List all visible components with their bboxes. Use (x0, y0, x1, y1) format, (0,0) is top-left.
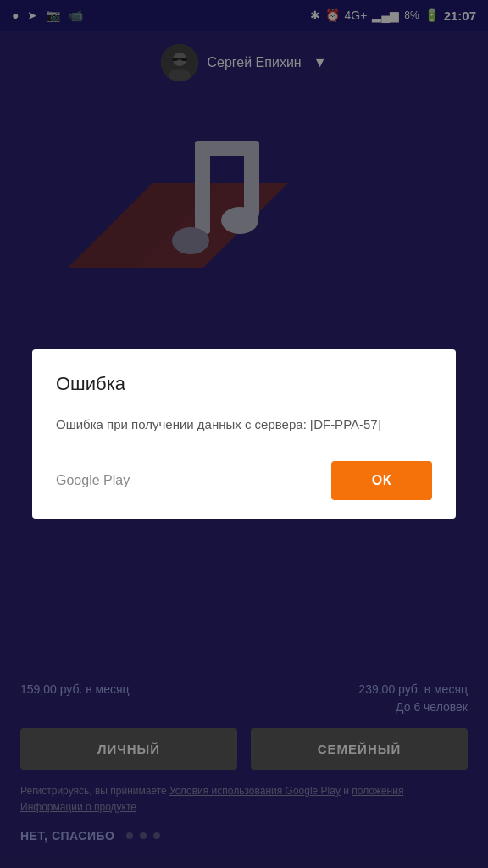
ok-button[interactable]: ОК (331, 461, 432, 500)
dialog-footer: Google Play ОК (56, 461, 432, 500)
dialog-title: Ошибка (56, 373, 432, 395)
error-dialog: Ошибка Ошибка при получении данных с сер… (32, 349, 456, 520)
dialog-message: Ошибка при получении данных с сервера: [… (56, 415, 432, 435)
dialog-overlay: Ошибка Ошибка при получении данных с сер… (0, 0, 488, 868)
google-play-label: Google Play (56, 473, 130, 488)
